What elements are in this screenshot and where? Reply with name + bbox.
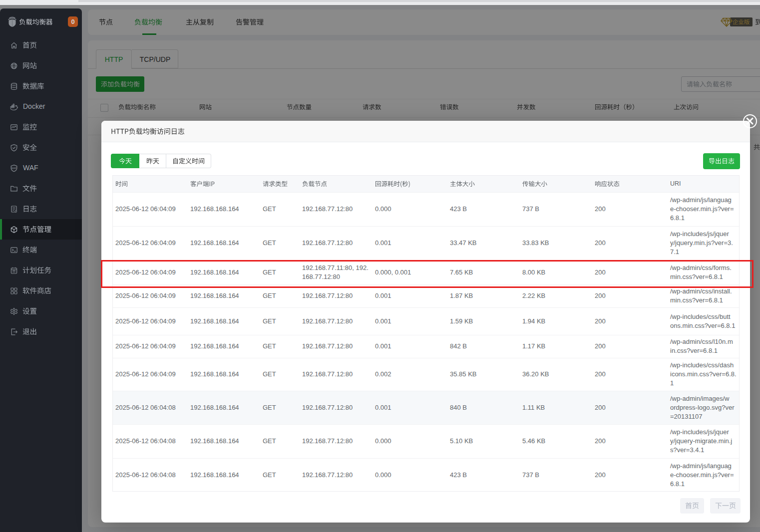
svg-text:WAF: WAF [11, 167, 16, 169]
